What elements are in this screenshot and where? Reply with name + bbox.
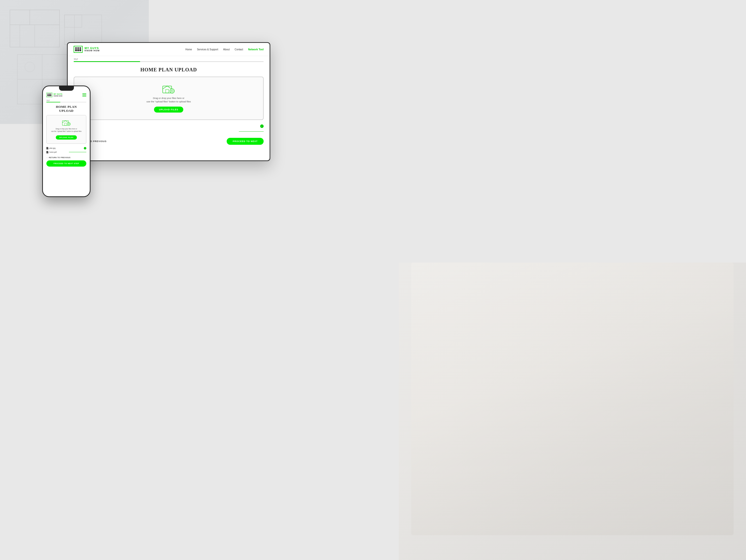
svg-rect-6 xyxy=(64,15,102,45)
mobile-actions: ← RETURN TO PREVIOUS PROCEED TO NEXT STE… xyxy=(47,157,86,167)
mobile-step-counter: 7/17 xyxy=(47,100,86,101)
file-check-icon: ✓ xyxy=(260,124,264,128)
mobile-main-content: HOME PLAN UPLOAD Drag xyxy=(43,103,90,169)
nav-home[interactable]: Home xyxy=(185,48,192,51)
svg-point-30 xyxy=(47,93,49,95)
svg-rect-2 xyxy=(30,10,59,25)
mobile-upload-icon xyxy=(62,119,71,126)
desktop-logo-text: MY GUYS KNOW HOW xyxy=(85,47,100,52)
file-name: home.pdf xyxy=(49,151,57,153)
desktop-upload-icon xyxy=(162,84,175,94)
mobile-hamburger-button[interactable] xyxy=(82,93,86,96)
mobile-page-title: HOME PLAN UPLOAD xyxy=(47,105,86,113)
nav-about[interactable]: About xyxy=(223,48,230,51)
file-info: home.pdf xyxy=(47,151,57,153)
mobile-progress-track xyxy=(47,102,86,102)
svg-point-38 xyxy=(67,122,70,126)
desktop-actions: ← RETURN TO PREVIOUS PROCEED TO NEXT xyxy=(74,138,264,145)
mobile-proceed-button[interactable]: PROCEED TO NEXT STEP xyxy=(47,160,86,167)
nav-network-tool[interactable]: Network Tool xyxy=(248,48,264,51)
desktop-progress: 7/17 xyxy=(68,56,269,63)
kitchen-bg-detail xyxy=(411,263,734,535)
mobile-logo: MY GUYS KNOW HOW xyxy=(47,93,62,97)
hamburger-line xyxy=(82,96,86,96)
svg-rect-37 xyxy=(64,123,66,126)
mobile-logo-myguys: MY GUYS xyxy=(54,93,62,95)
desktop-upload-zone[interactable]: Drag or drop your files here or use the … xyxy=(74,77,264,120)
svg-rect-1 xyxy=(10,10,30,25)
hamburger-line xyxy=(82,95,86,95)
desktop-upload-button[interactable]: UPLOAD FILES xyxy=(154,107,183,113)
desktop-navbar: MY GUYS KNOW HOW Home Services & Support… xyxy=(68,43,269,56)
svg-rect-33 xyxy=(49,95,50,96)
nav-contact[interactable]: Contact xyxy=(235,48,243,51)
svg-point-19 xyxy=(79,47,81,49)
list-item: plan.jpg ✓ xyxy=(47,146,86,150)
file-doc-icon xyxy=(47,151,48,153)
svg-rect-22 xyxy=(166,89,169,93)
hamburger-line xyxy=(82,93,86,94)
desktop-logo: MY GUYS KNOW HOW xyxy=(74,46,100,53)
svg-point-17 xyxy=(77,47,79,49)
svg-point-34 xyxy=(50,93,51,95)
mobile-return-button[interactable]: ← RETURN TO PREVIOUS xyxy=(47,157,71,158)
svg-rect-7 xyxy=(64,15,82,27)
list-item: home.pdf xyxy=(47,150,86,154)
desktop-step-counter: 7/17 xyxy=(74,58,264,60)
desktop-progress-fill xyxy=(74,61,140,62)
mobile-navbar: MY GUYS KNOW HOW xyxy=(43,91,90,99)
file-check-icon: ✓ xyxy=(84,147,86,149)
desktop-nav-links: Home Services & Support About Contact Ne… xyxy=(185,48,264,51)
svg-rect-31 xyxy=(47,95,49,96)
desktop-page-title: HOME PLAN UPLOAD xyxy=(74,67,264,72)
mobile-logo-text: MY GUYS KNOW HOW xyxy=(54,93,62,97)
mobile-upload-button[interactable]: UPLOAD FILES xyxy=(56,135,77,140)
svg-rect-16 xyxy=(75,49,77,51)
desktop-logo-icon xyxy=(74,46,83,53)
svg-rect-35 xyxy=(50,95,51,96)
mobile-file-list: plan.jpg ✓ home.pdf xyxy=(47,146,86,154)
mobile-mockup: MY GUYS KNOW HOW 7/17 HOME PLAN UPLOAD xyxy=(42,86,90,197)
svg-rect-20 xyxy=(79,49,81,51)
mobile-progress-fill xyxy=(47,102,60,102)
table-row: plan.jpg ✓ xyxy=(74,123,264,129)
mobile-upload-instruction: Drag or drop your files here or use the … xyxy=(49,128,84,132)
file-name: plan.jpg xyxy=(49,147,56,149)
file-info: plan.jpg xyxy=(47,147,56,149)
mobile-notch xyxy=(59,86,74,91)
mobile-upload-zone[interactable]: Drag or drop your files here or use the … xyxy=(47,115,86,144)
logo-knowhow-desktop: KNOW HOW xyxy=(85,50,100,52)
file-doc-icon xyxy=(47,147,48,149)
svg-rect-18 xyxy=(77,49,79,51)
nav-services[interactable]: Services & Support xyxy=(197,48,218,51)
mobile-logo-knowhow: KNOW HOW xyxy=(54,95,62,97)
svg-point-13 xyxy=(25,62,35,72)
table-row: home.pdf xyxy=(74,129,264,135)
desktop-upload-instruction: Drag or drop your files here or use the … xyxy=(79,96,258,104)
desktop-progress-track xyxy=(74,61,264,62)
svg-point-15 xyxy=(75,47,77,49)
desktop-mockup: MY GUYS KNOW HOW Home Services & Support… xyxy=(67,42,270,161)
svg-point-32 xyxy=(49,93,50,95)
desktop-proceed-button[interactable]: PROCEED TO NEXT xyxy=(227,138,264,145)
desktop-main-content: HOME PLAN UPLOAD xyxy=(68,63,269,149)
mobile-logo-icon xyxy=(47,93,52,97)
mobile-progress: 7/17 xyxy=(43,99,90,103)
desktop-file-list: plan.jpg ✓ home.pdf xyxy=(74,123,264,135)
